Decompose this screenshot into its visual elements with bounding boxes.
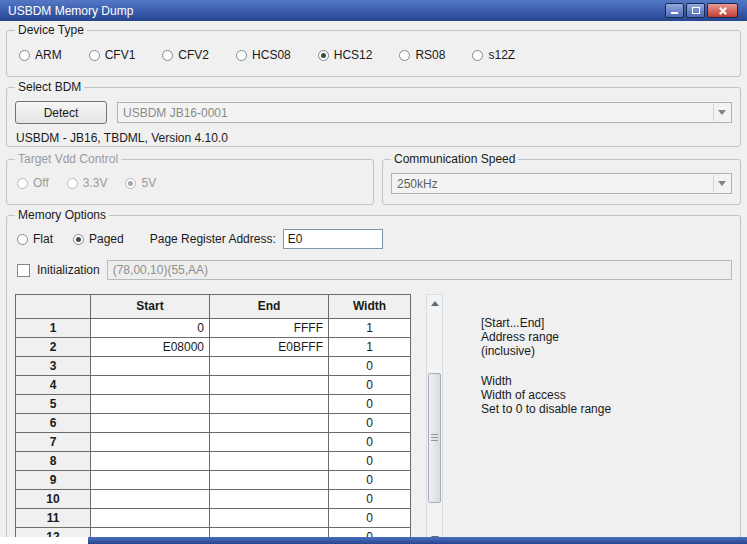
target-vdd-legend: Target Vdd Control xyxy=(15,152,121,166)
window-bottom-border xyxy=(0,537,747,544)
width-cell[interactable]: 0 xyxy=(329,509,411,528)
width-cell[interactable]: 0 xyxy=(329,433,411,452)
end-cell[interactable]: E0BFFF xyxy=(210,338,329,357)
radio-device-cfv1[interactable]: CFV1 xyxy=(89,48,136,62)
start-cell[interactable]: E08000 xyxy=(91,338,210,357)
help-text-line: [Start...End] xyxy=(481,316,611,330)
width-cell[interactable]: 0 xyxy=(329,490,411,509)
radio-icon xyxy=(73,234,84,245)
end-cell[interactable] xyxy=(210,357,329,376)
end-cell[interactable] xyxy=(210,414,329,433)
bdm-combo-value: USBDM JB16-0001 xyxy=(123,106,228,120)
device-type-radio-row: ARMCFV1CFV2HCS08HCS12RS08s12Z xyxy=(7,31,740,62)
end-cell[interactable] xyxy=(210,509,329,528)
radio-icon xyxy=(399,50,410,61)
radio-device-s12z[interactable]: s12Z xyxy=(472,48,515,62)
radio-vdd-5v: 5V xyxy=(125,176,156,190)
radio-device-arm[interactable]: ARM xyxy=(19,48,62,62)
table-row: 90 xyxy=(16,471,411,490)
titlebar[interactable]: USBDM Memory Dump xyxy=(0,0,747,21)
radio-icon xyxy=(17,178,28,189)
start-cell[interactable] xyxy=(91,528,210,537)
radio-memmode-flat[interactable]: Flat xyxy=(17,232,53,246)
help-text-line: Set to 0 to disable range xyxy=(481,402,611,416)
row-number-cell: 5 xyxy=(16,395,91,414)
page-register-input[interactable] xyxy=(283,229,383,249)
initialization-row: Initialization (78,00,10)(55,AA) xyxy=(7,249,740,280)
radio-label: HCS12 xyxy=(334,48,373,62)
radio-memmode-paged[interactable]: Paged xyxy=(73,232,124,246)
width-cell[interactable]: 0 xyxy=(329,528,411,537)
detect-button[interactable]: Detect xyxy=(15,101,107,124)
radio-device-hcs12[interactable]: HCS12 xyxy=(318,48,373,62)
range-help-text: [Start...End]Address range(inclusive)Wid… xyxy=(481,294,611,416)
start-cell[interactable] xyxy=(91,433,210,452)
start-cell[interactable] xyxy=(91,471,210,490)
width-cell[interactable]: 0 xyxy=(329,452,411,471)
width-cell[interactable]: 1 xyxy=(329,319,411,338)
maximize-icon xyxy=(692,7,700,14)
table-row: 110 xyxy=(16,509,411,528)
memory-mode-row: FlatPaged Page Register Address: xyxy=(7,216,740,249)
desktop-background-strip xyxy=(0,537,88,544)
end-cell[interactable] xyxy=(210,433,329,452)
radio-device-cfv2[interactable]: CFV2 xyxy=(162,48,209,62)
start-cell[interactable] xyxy=(91,414,210,433)
initialization-checkbox[interactable] xyxy=(17,264,30,277)
start-cell[interactable] xyxy=(91,376,210,395)
end-cell[interactable] xyxy=(210,395,329,414)
dropdown-arrow-icon xyxy=(713,175,730,192)
dialog-client-area: Device Type ARMCFV1CFV2HCS08HCS12RS08s12… xyxy=(0,21,747,537)
close-button[interactable] xyxy=(707,3,738,18)
caption-buttons xyxy=(665,3,738,18)
end-cell[interactable]: FFFF xyxy=(210,319,329,338)
end-cell[interactable] xyxy=(210,376,329,395)
radio-icon xyxy=(17,234,28,245)
width-cell[interactable]: 0 xyxy=(329,414,411,433)
radio-label: Off xyxy=(33,176,49,190)
radio-label: HCS08 xyxy=(252,48,291,62)
thumb-grip-icon xyxy=(431,434,438,442)
start-cell[interactable]: 0 xyxy=(91,319,210,338)
minimize-button[interactable] xyxy=(665,3,684,18)
start-cell[interactable] xyxy=(91,357,210,376)
width-cell[interactable]: 1 xyxy=(329,338,411,357)
table-row: 2E08000E0BFFF1 xyxy=(16,338,411,357)
radio-label: Paged xyxy=(89,232,124,246)
scrollbar-up-button[interactable] xyxy=(427,295,442,311)
table-scrollbar[interactable] xyxy=(426,294,443,537)
scrollbar-thumb[interactable] xyxy=(428,373,441,503)
radio-icon xyxy=(472,50,483,61)
start-cell[interactable] xyxy=(91,395,210,414)
page-register-label: Page Register Address: xyxy=(150,232,276,246)
row-number-cell: 11 xyxy=(16,509,91,528)
row-number-cell: 10 xyxy=(16,490,91,509)
memory-ranges-table: Start End Width 10FFFF12E08000E0BFFF1304… xyxy=(15,294,411,537)
end-cell[interactable] xyxy=(210,528,329,537)
width-cell[interactable]: 0 xyxy=(329,471,411,490)
window-title: USBDM Memory Dump xyxy=(8,4,133,18)
width-cell[interactable]: 0 xyxy=(329,376,411,395)
radio-device-rs08[interactable]: RS08 xyxy=(399,48,445,62)
width-cell[interactable]: 0 xyxy=(329,357,411,376)
scrollbar-down-button[interactable] xyxy=(427,530,442,537)
end-cell[interactable] xyxy=(210,471,329,490)
start-cell[interactable] xyxy=(91,452,210,471)
start-cell[interactable] xyxy=(91,509,210,528)
end-cell[interactable] xyxy=(210,452,329,471)
communication-speed-group: Communication Speed 250kHz xyxy=(382,159,741,205)
start-cell[interactable] xyxy=(91,490,210,509)
row-number-cell: 8 xyxy=(16,452,91,471)
width-cell[interactable]: 0 xyxy=(329,395,411,414)
dropdown-arrow-icon xyxy=(713,104,730,121)
end-cell[interactable] xyxy=(210,490,329,509)
radio-icon xyxy=(318,50,329,61)
help-text-line: Width xyxy=(481,374,611,388)
table-body: 10FFFF12E08000E0BFFF13040506070809010011… xyxy=(16,319,411,537)
select-bdm-legend: Select BDM xyxy=(15,80,84,94)
maximize-button[interactable] xyxy=(686,3,705,18)
help-text-line: Width of access xyxy=(481,388,611,402)
radio-device-hcs08[interactable]: HCS08 xyxy=(236,48,291,62)
row-number-cell: 12 xyxy=(16,528,91,537)
help-text-line xyxy=(481,358,611,374)
